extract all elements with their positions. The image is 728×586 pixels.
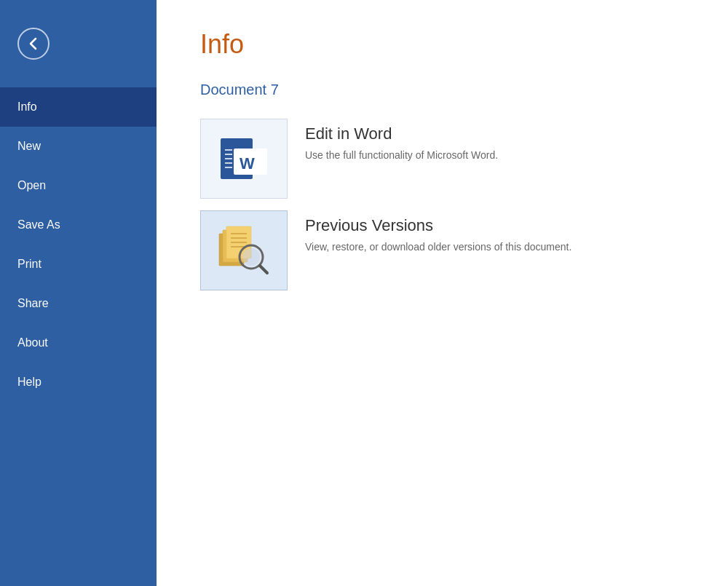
previous-versions-text: Previous Versions View, restore, or down… [305, 210, 571, 253]
sidebar-item-share[interactable]: Share [0, 284, 157, 323]
edit-in-word-title: Edit in Word [305, 124, 498, 143]
nav-items: Info New Open Save As Print Share About … [0, 87, 157, 402]
edit-in-word-text: Edit in Word Use the full functionality … [305, 119, 498, 161]
sidebar-item-info[interactable]: Info [0, 87, 157, 127]
svg-point-16 [242, 248, 260, 266]
sidebar-item-print[interactable]: Print [0, 245, 157, 284]
word-icon-box: W [200, 119, 288, 199]
word-icon: W [218, 132, 270, 185]
previous-versions-icon-box [200, 210, 288, 290]
main-content: Info Document 7 W Edit in Word Use [157, 0, 728, 586]
sidebar-item-open[interactable]: Open [0, 166, 157, 205]
sidebar-item-about[interactable]: About [0, 323, 157, 363]
page-title: Info [200, 29, 684, 60]
sidebar-item-help[interactable]: Help [0, 363, 157, 402]
back-button[interactable] [17, 28, 50, 60]
back-button-area [0, 0, 157, 87]
svg-text:W: W [240, 154, 255, 173]
edit-in-word-description: Use the full functionality of Microsoft … [305, 149, 498, 161]
previous-versions-title: Previous Versions [305, 216, 571, 235]
sidebar-item-new[interactable]: New [0, 127, 157, 166]
sidebar-item-save-as[interactable]: Save As [0, 205, 157, 245]
edit-in-word-card[interactable]: W Edit in Word Use the full functionalit… [200, 119, 684, 199]
svg-line-17 [260, 266, 267, 273]
previous-versions-description: View, restore, or download older version… [305, 241, 571, 253]
previous-versions-icon [215, 223, 273, 277]
sidebar: Info New Open Save As Print Share About … [0, 0, 157, 586]
previous-versions-card[interactable]: Previous Versions View, restore, or down… [200, 210, 684, 290]
document-name: Document 7 [200, 82, 684, 98]
